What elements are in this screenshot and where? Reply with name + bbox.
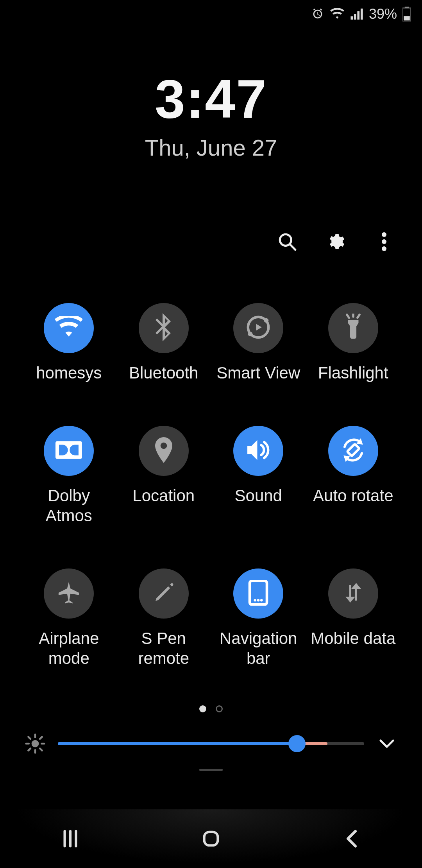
battery-icon [402,7,411,22]
page-dot-1 [199,705,206,712]
bluetooth-icon [154,313,173,343]
tile-label: Mobile data [311,629,395,648]
svg-rect-6 [404,16,410,20]
tile-label: Flashlight [318,363,388,383]
tile-dolby-atmos[interactable]: Dolby Atmos [23,426,114,525]
brightness-icon [23,732,47,755]
svg-point-24 [254,599,257,602]
quick-settings-grid: homesys Bluetooth Smart View Flashlight … [0,303,422,668]
battery-text: 39% [369,6,397,22]
tile-auto-rotate[interactable]: Auto rotate [308,426,399,525]
page-indicator[interactable] [0,705,422,712]
svg-line-32 [29,737,30,739]
wifi-icon [55,316,82,340]
svg-rect-1 [354,14,356,20]
svg-point-15 [248,332,253,337]
svg-line-17 [347,315,349,318]
panel-drag-handle-row [0,755,422,775]
mobile-data-icon [342,581,365,606]
alarm-icon [311,7,324,21]
slider-fill [58,742,297,745]
dolby-icon [55,441,82,461]
svg-rect-3 [361,9,363,20]
tile-airplane-mode[interactable]: Airplane mode [23,569,114,668]
tile-smart-view[interactable]: Smart View [213,303,304,383]
svg-line-33 [40,748,42,750]
tile-label: Navigation bar [213,629,303,668]
back-button[interactable] [328,823,375,854]
navigation-bar-icon [248,580,268,607]
tile-flashlight[interactable]: Flashlight [308,303,399,383]
clock-time: 3:47 [0,67,422,131]
svg-line-18 [358,315,359,318]
slider-thumb[interactable] [288,735,306,752]
svg-rect-39 [204,832,218,846]
location-icon [154,437,173,464]
tile-label: Smart View [216,363,300,383]
pen-icon [153,582,175,605]
panel-drag-handle[interactable] [199,769,223,771]
airplane-icon [56,580,82,607]
search-button[interactable] [277,231,298,252]
home-button[interactable] [188,823,234,854]
tile-mobile-data[interactable]: Mobile data [308,569,399,668]
brightness-expand-button[interactable] [375,732,399,755]
clock-date: Thu, June 27 [0,135,422,161]
tile-label: Auto rotate [313,486,393,506]
tile-label: Sound [235,486,282,506]
svg-marker-13 [256,324,262,331]
brightness-slider[interactable] [58,736,364,751]
svg-line-34 [29,748,30,750]
tile-label: Bluetooth [129,363,198,383]
qs-action-row [0,231,422,252]
tile-location[interactable]: Location [118,426,209,525]
tile-label: Dolby Atmos [24,486,114,525]
signal-icon [350,8,363,20]
svg-point-9 [382,232,386,237]
svg-point-26 [260,599,263,602]
svg-point-27 [32,740,39,748]
tile-wifi[interactable]: homesys [23,303,114,383]
tile-bluetooth[interactable]: Bluetooth [118,303,209,383]
svg-rect-2 [357,11,359,20]
settings-button[interactable] [325,231,346,252]
svg-rect-20 [347,444,359,456]
recents-button[interactable] [47,823,94,854]
svg-line-8 [290,244,295,250]
tile-label: Location [132,486,195,506]
clock-block: 3:47 Thu, June 27 [0,67,422,161]
auto-rotate-icon [340,437,366,464]
smart-view-icon [245,314,272,343]
wifi-icon [330,8,345,20]
svg-point-10 [382,239,386,244]
system-navigation-bar [0,809,422,868]
flashlight-icon [342,314,364,343]
sound-icon [245,439,271,463]
svg-line-35 [40,737,42,739]
more-button[interactable] [374,231,395,252]
svg-point-25 [257,599,260,602]
page-dot-2 [216,705,223,712]
brightness-row [0,732,422,755]
svg-point-14 [264,318,269,323]
tile-sound[interactable]: Sound [213,426,304,525]
svg-rect-0 [350,16,353,20]
tile-navigation-bar[interactable]: Navigation bar [213,569,304,668]
tile-label: homesys [36,363,102,383]
status-bar: 39% [0,0,422,28]
svg-point-11 [382,246,386,251]
tile-label: Airplane mode [24,629,114,668]
tile-label: S Pen remote [119,629,209,668]
tile-s-pen-remote[interactable]: S Pen remote [118,569,209,668]
